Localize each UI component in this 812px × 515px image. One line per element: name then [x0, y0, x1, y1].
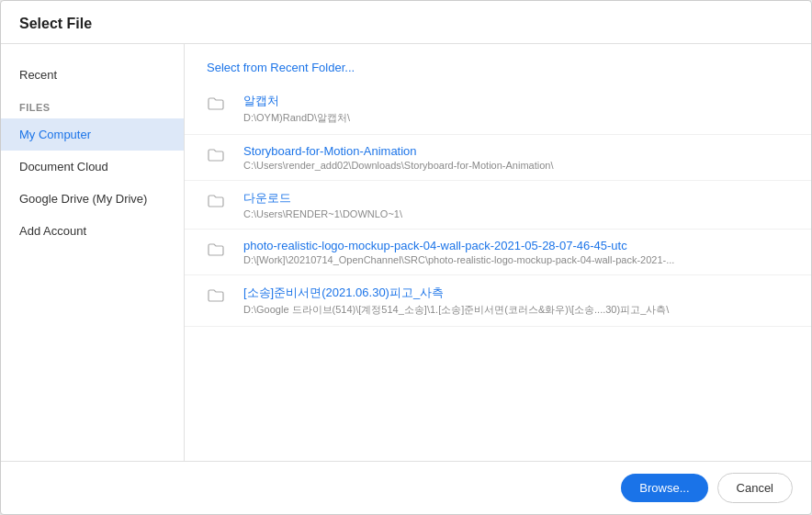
- sidebar: Recent FILES My Computer Document Cloud …: [1, 44, 185, 461]
- main-content: Select from Recent Folder... 알캡처 D:\OYM)…: [185, 44, 811, 461]
- file-list-item[interactable]: 알캡처 D:\OYM)RandD\알캡처\: [185, 84, 811, 135]
- file-name: [소송]준비서면(2021.06.30)피고_사측: [243, 285, 669, 301]
- dialog-footer: Browse... Cancel: [1, 461, 811, 514]
- dialog-title: Select File: [1, 1, 811, 44]
- file-info: [소송]준비서면(2021.06.30)피고_사측 D:\Google 드라이브…: [243, 285, 669, 317]
- file-name: 알캡처: [243, 93, 350, 109]
- file-name: 다운로드: [243, 190, 402, 207]
- file-list-item[interactable]: 다운로드 C:\Users\RENDER~1\DOWNLO~1\: [185, 181, 811, 230]
- browse-button[interactable]: Browse...: [621, 474, 707, 502]
- sidebar-item-google-drive[interactable]: Google Drive (My Drive): [1, 183, 184, 215]
- sidebar-item-recent[interactable]: Recent: [1, 59, 184, 91]
- file-info: Storyboard-for-Motion-Animation C:\Users…: [243, 144, 554, 171]
- cancel-button[interactable]: Cancel: [717, 473, 793, 503]
- file-list-item[interactable]: Storyboard-for-Motion-Animation C:\Users…: [185, 135, 811, 181]
- file-info: 다운로드 C:\Users\RENDER~1\DOWNLO~1\: [243, 190, 402, 219]
- select-file-dialog: Select File Recent FILES My Computer Doc…: [0, 0, 812, 515]
- file-list-item[interactable]: [소송]준비서면(2021.06.30)피고_사측 D:\Google 드라이브…: [185, 275, 811, 327]
- sidebar-item-my-computer[interactable]: My Computer: [1, 118, 184, 151]
- sidebar-item-add-account[interactable]: Add Account: [1, 215, 184, 247]
- file-info: 알캡처 D:\OYM)RandD\알캡처\: [243, 93, 350, 125]
- recent-folder-link[interactable]: Select from Recent Folder...: [185, 44, 811, 84]
- file-path: D:\OYM)RandD\알캡처\: [243, 111, 350, 125]
- folder-icon: [207, 241, 232, 263]
- file-path: C:\Users\render_add02\Downloads\Storyboa…: [243, 160, 554, 171]
- file-name: Storyboard-for-Motion-Animation: [243, 144, 554, 158]
- file-list: 알캡처 D:\OYM)RandD\알캡처\ Storyboard-for-Mot…: [185, 84, 811, 461]
- file-path: D:\Google 드라이브(514)\[계정514_소송]\1.[소송]준비서…: [243, 303, 669, 317]
- folder-icon: [207, 286, 232, 308]
- folder-icon: [207, 146, 232, 168]
- folder-icon: [207, 192, 232, 214]
- folder-icon: [207, 95, 232, 117]
- file-list-item[interactable]: photo-realistic-logo-mockup-pack-04-wall…: [185, 230, 811, 275]
- dialog-body: Recent FILES My Computer Document Cloud …: [1, 44, 811, 461]
- file-info: photo-realistic-logo-mockup-pack-04-wall…: [243, 239, 674, 265]
- sidebar-section-files: FILES: [1, 91, 184, 118]
- sidebar-item-document-cloud[interactable]: Document Cloud: [1, 151, 184, 183]
- file-path: D:\[Work]\20210714_OpenChannel\SRC\photo…: [243, 254, 674, 265]
- file-name: photo-realistic-logo-mockup-pack-04-wall…: [243, 239, 674, 252]
- file-path: C:\Users\RENDER~1\DOWNLO~1\: [243, 208, 402, 219]
